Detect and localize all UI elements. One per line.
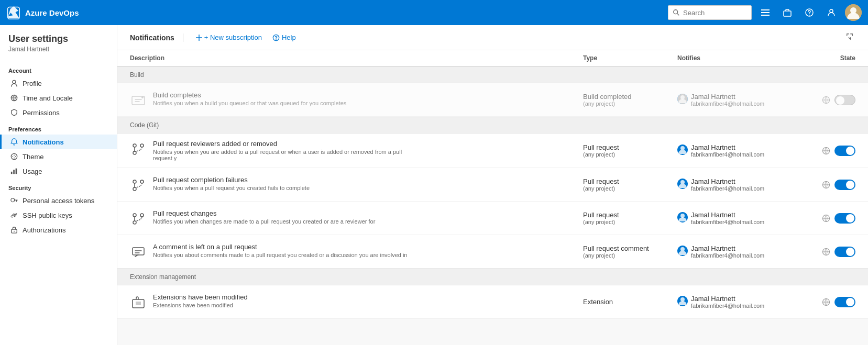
- search-icon: [673, 9, 680, 16]
- row-text-pr-changes: Pull request changes Notifies you when c…: [153, 209, 375, 225]
- row-text-pr-reviewers: Pull request reviewers added or removed …: [153, 140, 415, 161]
- sidebar-item-profile[interactable]: Profile: [0, 76, 117, 91]
- svg-point-8: [809, 15, 810, 16]
- notif-email: fabrikamfiber4@hotmail.com: [691, 185, 764, 192]
- app-name: Azure DevOps: [25, 8, 79, 17]
- sidebar-item-usage-label: Usage: [23, 168, 42, 175]
- row-type-pr-reviewers: Pull request (any project): [583, 143, 677, 158]
- sidebar-item-permissions-label: Permissions: [23, 109, 60, 117]
- help-button[interactable]: Help: [268, 31, 300, 43]
- avatar[interactable]: [845, 4, 862, 21]
- row-desc-pr-reviewers: Pull request reviewers added or removed …: [130, 140, 583, 161]
- notif-email: fabrikamfiber4@hotmail.com: [691, 252, 764, 259]
- section-code-git: Code (Git): [117, 117, 868, 133]
- toggle-extensions-modified[interactable]: [834, 297, 855, 307]
- svg-point-33: [133, 144, 136, 147]
- help-label: Help: [282, 34, 296, 41]
- globe-btn[interactable]: [822, 214, 830, 222]
- toggle-pr-reviewers[interactable]: [834, 146, 855, 156]
- svg-point-29: [141, 96, 144, 98]
- sidebar-item-permissions[interactable]: Permissions: [0, 105, 117, 120]
- row-title: Extensions have been modified: [153, 293, 248, 301]
- sidebar-item-notifications[interactable]: Notifications: [0, 135, 117, 149]
- list-icon[interactable]: [757, 4, 774, 21]
- svg-point-45: [133, 214, 136, 217]
- notif-avatar: [677, 296, 688, 306]
- row-state-pr-changes: [793, 213, 855, 224]
- toggle-build-completes[interactable]: [834, 95, 855, 105]
- toggle-pr-changes[interactable]: [834, 213, 855, 224]
- key2-icon: [10, 211, 18, 219]
- people-icon[interactable]: [823, 4, 840, 21]
- app-logo[interactable]: Azure DevOps: [6, 5, 79, 20]
- topnav: Azure DevOps: [0, 0, 868, 25]
- sidebar-item-notifications-label: Notifications: [23, 138, 64, 146]
- notif-name: Jamal Hartnett: [691, 211, 764, 219]
- svg-rect-20: [13, 170, 15, 174]
- sidebar-section-account: Account: [0, 61, 117, 76]
- sidebar-item-time-locale[interactable]: Time and Locale: [0, 91, 117, 105]
- row-desc-pr-completion: Pull request completion failures Notifie…: [130, 176, 583, 194]
- sidebar-item-personal-access-tokens[interactable]: Personal access tokens: [0, 193, 117, 208]
- row-type-pr-changes: Pull request (any project): [583, 211, 677, 225]
- new-subscription-button[interactable]: + New subscription: [192, 31, 266, 43]
- expand-icon[interactable]: [844, 31, 855, 44]
- briefcase-icon[interactable]: [779, 4, 796, 21]
- svg-point-23: [12, 217, 13, 218]
- person-icon: [10, 79, 18, 87]
- type-sub: (any project): [583, 101, 677, 107]
- toggle-pr-completion[interactable]: [834, 180, 855, 190]
- notif-name: Jamal Hartnett: [691, 143, 764, 151]
- help-icon[interactable]: [801, 4, 818, 21]
- sidebar-item-authorizations[interactable]: Authorizations: [0, 222, 117, 237]
- row-type-extensions-modified: Extension: [583, 298, 677, 306]
- globe-icon: [10, 94, 18, 102]
- row-subtitle: Extensions have been modified: [153, 302, 248, 308]
- globe-btn[interactable]: [822, 298, 830, 306]
- notif-email: fabrikamfiber4@hotmail.com: [691, 219, 764, 225]
- type-label: Pull request: [583, 177, 677, 185]
- row-subtitle: Notifies you about comments made to a pu…: [153, 252, 408, 258]
- bar-chart-icon: [10, 167, 18, 175]
- svg-point-15: [13, 156, 14, 157]
- table-header: Description Type Notifies State: [117, 50, 868, 66]
- svg-point-16: [14, 155, 15, 156]
- bell-icon: [10, 138, 18, 146]
- section-build: Build: [117, 66, 868, 83]
- svg-point-17: [15, 156, 16, 157]
- svg-point-31: [680, 95, 685, 99]
- svg-point-49: [680, 214, 685, 218]
- row-subtitle: Notifies you when changes are made to a …: [153, 218, 375, 225]
- row-type-build-completes: Build completed (any project): [583, 93, 677, 107]
- sidebar-item-usage[interactable]: Usage: [0, 164, 117, 179]
- sidebar-item-ssh-public-keys[interactable]: SSH public keys: [0, 208, 117, 222]
- svg-point-40: [133, 187, 136, 191]
- globe-btn[interactable]: [822, 147, 830, 155]
- sidebar-item-theme[interactable]: Theme: [0, 149, 117, 164]
- content-area: Notifications + New subscription Help De…: [117, 25, 868, 345]
- row-text-pr-comment: A comment is left on a pull request Noti…: [153, 243, 408, 258]
- svg-point-58: [680, 297, 685, 302]
- row-notifies-pr-changes: Jamal Hartnett fabrikamfiber4@hotmail.co…: [677, 211, 793, 225]
- sidebar-item-authorizations-label: Authorizations: [23, 226, 65, 234]
- row-text-extensions-modified: Extensions have been modified Extensions…: [153, 293, 248, 308]
- search-box[interactable]: [668, 5, 752, 20]
- main-layout: User settings Jamal Hartnett Account Pro…: [0, 25, 868, 345]
- globe-btn[interactable]: [822, 181, 830, 189]
- search-input[interactable]: [683, 9, 746, 17]
- row-desc-extensions-modified: Extensions have been modified Extensions…: [130, 293, 583, 311]
- row-state-extensions-modified: [793, 297, 855, 307]
- globe-btn[interactable]: [822, 96, 830, 104]
- notif-avatar: [677, 246, 688, 256]
- row-subtitle: Notifies you when a pull request you cre…: [153, 185, 310, 191]
- col-description: Description: [130, 54, 583, 62]
- table-row: Pull request reviewers added or removed …: [117, 133, 868, 168]
- type-sub: (any project): [583, 219, 677, 225]
- row-subtitle: Notifies you when a build you queued or …: [153, 100, 346, 106]
- svg-rect-21: [16, 169, 17, 174]
- notif-info: Jamal Hartnett fabrikamfiber4@hotmail.co…: [691, 244, 764, 259]
- globe-btn[interactable]: [822, 248, 830, 256]
- type-label: Extension: [583, 298, 677, 306]
- section-code-git-label: Code (Git): [130, 121, 159, 129]
- toggle-pr-comment[interactable]: [834, 247, 855, 257]
